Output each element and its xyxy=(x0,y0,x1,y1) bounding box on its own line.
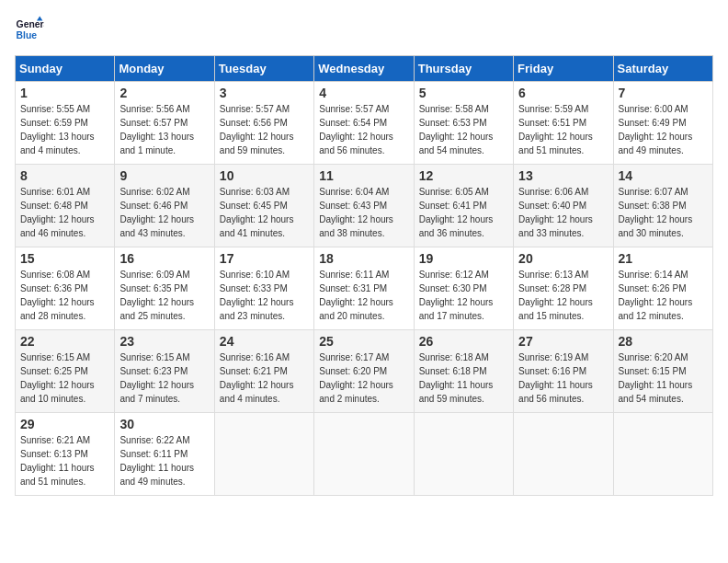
calendar-day-cell: 21Sunrise: 6:14 AMSunset: 6:26 PMDayligh… xyxy=(613,247,712,330)
calendar-day-cell xyxy=(414,413,513,496)
day-info: Sunrise: 6:21 AMSunset: 6:13 PMDaylight:… xyxy=(20,433,109,488)
calendar-day-cell: 16Sunrise: 6:09 AMSunset: 6:35 PMDayligh… xyxy=(115,247,214,330)
logo-icon: General Blue xyxy=(15,15,44,44)
calendar-day-cell: 9Sunrise: 6:02 AMSunset: 6:46 PMDaylight… xyxy=(115,165,214,247)
day-info: Sunrise: 6:18 AMSunset: 6:18 PMDaylight:… xyxy=(419,350,508,406)
day-number: 23 xyxy=(119,334,209,349)
calendar-week-row: 8Sunrise: 6:01 AMSunset: 6:48 PMDaylight… xyxy=(16,165,713,247)
day-info: Sunrise: 5:57 AMSunset: 6:56 PMDaylight:… xyxy=(220,102,309,157)
calendar-day-cell: 10Sunrise: 6:03 AMSunset: 6:45 PMDayligh… xyxy=(214,165,313,247)
calendar-day-cell: 27Sunrise: 6:19 AMSunset: 6:16 PMDayligh… xyxy=(514,330,613,413)
day-info: Sunrise: 6:04 AMSunset: 6:43 PMDaylight:… xyxy=(319,185,408,240)
day-info: Sunrise: 5:58 AMSunset: 6:53 PMDaylight:… xyxy=(419,102,508,157)
day-number: 29 xyxy=(20,417,109,431)
calendar-week-row: 22Sunrise: 6:15 AMSunset: 6:25 PMDayligh… xyxy=(16,330,713,413)
calendar-table: SundayMondayTuesdayWednesdayThursdayFrid… xyxy=(15,55,713,496)
day-number: 27 xyxy=(518,334,608,349)
calendar-day-cell: 8Sunrise: 6:01 AMSunset: 6:48 PMDaylight… xyxy=(16,165,115,247)
day-number: 21 xyxy=(619,251,708,266)
day-number: 14 xyxy=(619,168,708,183)
logo: General Blue xyxy=(15,15,44,44)
svg-marker-2 xyxy=(37,17,42,21)
day-number: 12 xyxy=(419,168,508,183)
calendar-day-cell: 25Sunrise: 6:17 AMSunset: 6:20 PMDayligh… xyxy=(314,330,414,413)
day-info: Sunrise: 6:05 AMSunset: 6:41 PMDaylight:… xyxy=(419,185,508,240)
calendar-day-cell: 18Sunrise: 6:11 AMSunset: 6:31 PMDayligh… xyxy=(314,247,414,330)
day-info: Sunrise: 6:02 AMSunset: 6:46 PMDaylight:… xyxy=(119,185,209,240)
day-info: Sunrise: 6:20 AMSunset: 6:15 PMDaylight:… xyxy=(619,350,708,406)
day-number: 13 xyxy=(518,168,608,183)
calendar-day-cell: 23Sunrise: 6:15 AMSunset: 6:23 PMDayligh… xyxy=(115,330,214,413)
day-number: 2 xyxy=(119,86,209,100)
day-number: 16 xyxy=(119,251,209,266)
calendar-day-cell: 3Sunrise: 5:57 AMSunset: 6:56 PMDaylight… xyxy=(214,82,313,165)
weekday-header: Saturday xyxy=(613,56,712,82)
day-number: 17 xyxy=(220,251,309,266)
day-info: Sunrise: 6:00 AMSunset: 6:49 PMDaylight:… xyxy=(619,102,708,157)
calendar-day-cell: 5Sunrise: 5:58 AMSunset: 6:53 PMDaylight… xyxy=(414,82,513,165)
calendar-day-cell: 29Sunrise: 6:21 AMSunset: 6:13 PMDayligh… xyxy=(16,413,115,496)
day-info: Sunrise: 6:06 AMSunset: 6:40 PMDaylight:… xyxy=(518,185,608,240)
day-number: 11 xyxy=(319,168,408,183)
calendar-day-cell: 24Sunrise: 6:16 AMSunset: 6:21 PMDayligh… xyxy=(214,330,313,413)
day-number: 18 xyxy=(319,251,408,266)
day-info: Sunrise: 6:01 AMSunset: 6:48 PMDaylight:… xyxy=(20,185,109,240)
day-number: 30 xyxy=(119,417,209,431)
calendar-day-cell: 28Sunrise: 6:20 AMSunset: 6:15 PMDayligh… xyxy=(613,330,712,413)
calendar-day-cell: 12Sunrise: 6:05 AMSunset: 6:41 PMDayligh… xyxy=(414,165,513,247)
day-info: Sunrise: 6:17 AMSunset: 6:20 PMDaylight:… xyxy=(319,350,408,406)
calendar-day-cell: 22Sunrise: 6:15 AMSunset: 6:25 PMDayligh… xyxy=(16,330,115,413)
calendar-week-row: 15Sunrise: 6:08 AMSunset: 6:36 PMDayligh… xyxy=(16,247,713,330)
calendar-day-cell: 30Sunrise: 6:22 AMSunset: 6:11 PMDayligh… xyxy=(115,413,214,496)
weekday-header: Sunday xyxy=(16,56,115,82)
calendar-day-cell xyxy=(514,413,613,496)
calendar-day-cell: 20Sunrise: 6:13 AMSunset: 6:28 PMDayligh… xyxy=(514,247,613,330)
weekday-header: Monday xyxy=(115,56,214,82)
day-number: 4 xyxy=(319,86,408,100)
calendar-day-cell: 6Sunrise: 5:59 AMSunset: 6:51 PMDaylight… xyxy=(514,82,613,165)
calendar-day-cell: 7Sunrise: 6:00 AMSunset: 6:49 PMDaylight… xyxy=(613,82,712,165)
calendar-day-cell: 26Sunrise: 6:18 AMSunset: 6:18 PMDayligh… xyxy=(414,330,513,413)
calendar-week-row: 1Sunrise: 5:55 AMSunset: 6:59 PMDaylight… xyxy=(16,82,713,165)
calendar-day-cell: 15Sunrise: 6:08 AMSunset: 6:36 PMDayligh… xyxy=(16,247,115,330)
weekday-header: Friday xyxy=(514,56,613,82)
day-info: Sunrise: 6:08 AMSunset: 6:36 PMDaylight:… xyxy=(20,268,109,323)
day-info: Sunrise: 5:55 AMSunset: 6:59 PMDaylight:… xyxy=(20,102,109,157)
svg-text:General: General xyxy=(17,19,44,29)
day-info: Sunrise: 5:59 AMSunset: 6:51 PMDaylight:… xyxy=(518,102,608,157)
calendar-day-cell xyxy=(214,413,313,496)
calendar-day-cell: 11Sunrise: 6:04 AMSunset: 6:43 PMDayligh… xyxy=(314,165,414,247)
weekday-header: Tuesday xyxy=(214,56,313,82)
day-info: Sunrise: 6:13 AMSunset: 6:28 PMDaylight:… xyxy=(518,268,608,323)
day-number: 6 xyxy=(518,86,608,100)
day-number: 9 xyxy=(119,168,209,183)
calendar-day-cell: 4Sunrise: 5:57 AMSunset: 6:54 PMDaylight… xyxy=(314,82,414,165)
day-number: 24 xyxy=(220,334,309,349)
day-info: Sunrise: 6:07 AMSunset: 6:38 PMDaylight:… xyxy=(619,185,708,240)
svg-text:Blue: Blue xyxy=(17,30,38,40)
calendar-day-cell: 1Sunrise: 5:55 AMSunset: 6:59 PMDaylight… xyxy=(16,82,115,165)
day-number: 19 xyxy=(419,251,508,266)
calendar-day-cell: 19Sunrise: 6:12 AMSunset: 6:30 PMDayligh… xyxy=(414,247,513,330)
weekday-header: Thursday xyxy=(414,56,513,82)
day-info: Sunrise: 5:57 AMSunset: 6:54 PMDaylight:… xyxy=(319,102,408,157)
day-number: 28 xyxy=(619,334,708,349)
day-number: 22 xyxy=(20,334,109,349)
day-number: 7 xyxy=(619,86,708,100)
day-info: Sunrise: 6:19 AMSunset: 6:16 PMDaylight:… xyxy=(518,350,608,406)
day-number: 25 xyxy=(319,334,408,349)
day-number: 15 xyxy=(20,251,109,266)
day-number: 1 xyxy=(20,86,109,100)
calendar-week-row: 29Sunrise: 6:21 AMSunset: 6:13 PMDayligh… xyxy=(16,413,713,496)
day-number: 3 xyxy=(220,86,309,100)
day-number: 10 xyxy=(220,168,309,183)
day-info: Sunrise: 6:16 AMSunset: 6:21 PMDaylight:… xyxy=(220,350,309,406)
day-info: Sunrise: 5:56 AMSunset: 6:57 PMDaylight:… xyxy=(119,102,209,157)
weekday-header: Wednesday xyxy=(314,56,414,82)
day-number: 26 xyxy=(419,334,508,349)
day-info: Sunrise: 6:10 AMSunset: 6:33 PMDaylight:… xyxy=(220,268,309,323)
calendar-day-cell: 17Sunrise: 6:10 AMSunset: 6:33 PMDayligh… xyxy=(214,247,313,330)
page-header: General Blue xyxy=(15,15,713,44)
calendar-day-cell: 14Sunrise: 6:07 AMSunset: 6:38 PMDayligh… xyxy=(613,165,712,247)
calendar-body: 1Sunrise: 5:55 AMSunset: 6:59 PMDaylight… xyxy=(16,82,713,496)
